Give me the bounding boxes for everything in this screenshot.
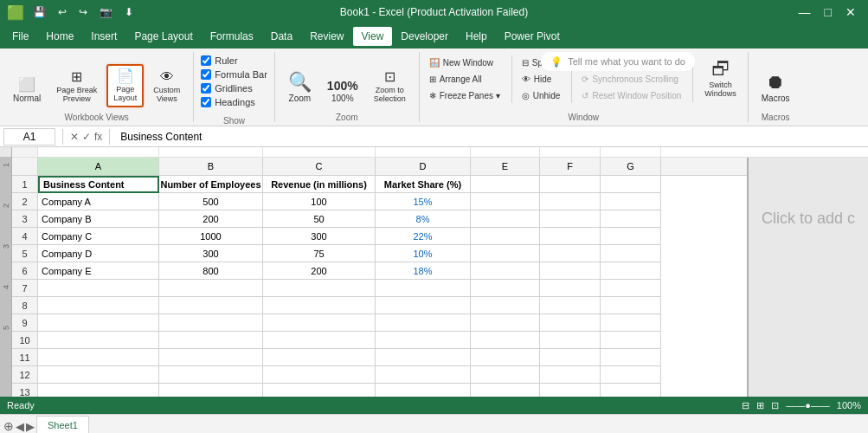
- cell[interactable]: Company B: [38, 210, 159, 228]
- cell[interactable]: [38, 349, 159, 366]
- zoom-button[interactable]: 🔍 Zoom: [282, 68, 318, 107]
- formula-bar-checkbox[interactable]: [201, 69, 211, 80]
- cell[interactable]: 100: [263, 193, 376, 210]
- cell[interactable]: Company A: [38, 193, 159, 210]
- cell[interactable]: [376, 297, 471, 314]
- cell[interactable]: [38, 297, 159, 314]
- col-header-c[interactable]: C: [263, 158, 376, 175]
- cell[interactable]: [376, 349, 471, 366]
- cell[interactable]: Number of Employees: [159, 176, 263, 193]
- cell[interactable]: [159, 297, 263, 314]
- maximize-button[interactable]: □: [820, 3, 837, 21]
- right-panel[interactable]: Click to add c: [747, 158, 868, 433]
- cell[interactable]: [376, 366, 471, 384]
- minimize-button[interactable]: —: [794, 3, 816, 21]
- page-layout-status-icon[interactable]: ⊞: [756, 400, 764, 411]
- cell[interactable]: [601, 176, 661, 193]
- gridlines-checkbox-label[interactable]: Gridlines: [201, 83, 267, 94]
- page-break-status-icon[interactable]: ⊡: [771, 400, 779, 411]
- new-window-button[interactable]: 🪟 New Window: [425, 55, 505, 70]
- normal-view-status-icon[interactable]: ⊟: [742, 400, 749, 411]
- cell[interactable]: 10%: [376, 245, 471, 262]
- menu-insert[interactable]: Insert: [82, 27, 125, 46]
- cell[interactable]: [601, 332, 661, 349]
- cell[interactable]: [263, 366, 376, 384]
- cell[interactable]: [263, 314, 376, 332]
- sheet-tab-sheet1[interactable]: Sheet1: [36, 416, 89, 433]
- cell[interactable]: [471, 297, 540, 314]
- screenshot-qat-button[interactable]: 📷: [96, 4, 116, 20]
- cell[interactable]: Market Share (%): [376, 176, 471, 193]
- arrange-all-button[interactable]: ⊞ Arrange All: [425, 72, 505, 87]
- cell[interactable]: [38, 280, 159, 297]
- menu-power-pivot[interactable]: Power Pivot: [496, 27, 569, 46]
- headings-checkbox-label[interactable]: Headings: [201, 97, 267, 107]
- col-header-g[interactable]: G: [601, 158, 661, 175]
- cell[interactable]: [38, 366, 159, 384]
- cell[interactable]: [540, 332, 601, 349]
- cell[interactable]: [540, 210, 601, 228]
- cell[interactable]: [601, 245, 661, 262]
- sheet-nav-right[interactable]: ▶: [26, 420, 35, 433]
- unhide-button[interactable]: ◎ Unhide: [518, 88, 565, 103]
- cell[interactable]: [471, 349, 540, 366]
- cell[interactable]: Business Content: [38, 176, 159, 193]
- zoom-slider[interactable]: ——●——: [786, 400, 830, 410]
- confirm-formula-icon[interactable]: ✓: [82, 131, 91, 143]
- col-header-f[interactable]: F: [540, 158, 601, 175]
- formula-input[interactable]: [117, 131, 865, 143]
- cell[interactable]: 1000: [159, 228, 263, 245]
- cancel-formula-icon[interactable]: ✕: [70, 131, 79, 143]
- cell[interactable]: [159, 280, 263, 297]
- normal-view-button[interactable]: ⬜ Normal: [7, 74, 47, 107]
- save-qat-button[interactable]: 💾: [29, 4, 49, 20]
- headings-checkbox[interactable]: [201, 97, 211, 107]
- cell[interactable]: 300: [159, 245, 263, 262]
- zoom-100-button[interactable]: 100% 100%: [321, 75, 364, 107]
- customize-qat-button[interactable]: ⬇: [121, 4, 137, 20]
- insert-function-icon[interactable]: fx: [94, 131, 102, 143]
- cell[interactable]: [601, 297, 661, 314]
- cell[interactable]: [601, 210, 661, 228]
- hide-button[interactable]: 👁 Hide: [518, 72, 565, 87]
- cell[interactable]: [376, 332, 471, 349]
- undo-qat-button[interactable]: ↩: [55, 4, 70, 20]
- cell[interactable]: [263, 332, 376, 349]
- macros-button[interactable]: ⏺ Macros: [755, 68, 796, 107]
- menu-help[interactable]: Help: [457, 27, 496, 46]
- cell[interactable]: [159, 349, 263, 366]
- cell[interactable]: [601, 314, 661, 332]
- col-header-e[interactable]: E: [471, 158, 540, 175]
- cell[interactable]: [471, 228, 540, 245]
- cell[interactable]: [540, 297, 601, 314]
- cell[interactable]: [601, 349, 661, 366]
- add-sheet-button[interactable]: ⊕: [3, 419, 14, 433]
- cell[interactable]: Company C: [38, 228, 159, 245]
- cell[interactable]: [471, 245, 540, 262]
- zoom-selection-button[interactable]: ⊡ Zoom toSelection: [368, 66, 412, 107]
- cell[interactable]: Company E: [38, 262, 159, 280]
- menu-formulas[interactable]: Formulas: [202, 27, 262, 46]
- cell[interactable]: [263, 349, 376, 366]
- cell[interactable]: [471, 176, 540, 193]
- cell[interactable]: [540, 314, 601, 332]
- cell[interactable]: 500: [159, 193, 263, 210]
- cell-reference-input[interactable]: [3, 128, 55, 145]
- cell[interactable]: [263, 297, 376, 314]
- cell[interactable]: [38, 332, 159, 349]
- cell[interactable]: 200: [159, 210, 263, 228]
- cell[interactable]: 300: [263, 228, 376, 245]
- col-header-d[interactable]: D: [376, 158, 471, 175]
- cell[interactable]: [540, 280, 601, 297]
- gridlines-checkbox[interactable]: [201, 83, 211, 94]
- freeze-panes-button[interactable]: ❄ Freeze Panes ▾: [425, 88, 505, 103]
- cell[interactable]: [159, 366, 263, 384]
- cell[interactable]: Company D: [38, 245, 159, 262]
- cell[interactable]: [471, 193, 540, 210]
- menu-developer[interactable]: Developer: [392, 27, 457, 46]
- menu-data[interactable]: Data: [262, 27, 301, 46]
- cell[interactable]: 50: [263, 210, 376, 228]
- cell[interactable]: [376, 280, 471, 297]
- menu-view[interactable]: View: [353, 27, 393, 46]
- switch-windows-button[interactable]: 🗗 SwitchWindows: [698, 55, 743, 102]
